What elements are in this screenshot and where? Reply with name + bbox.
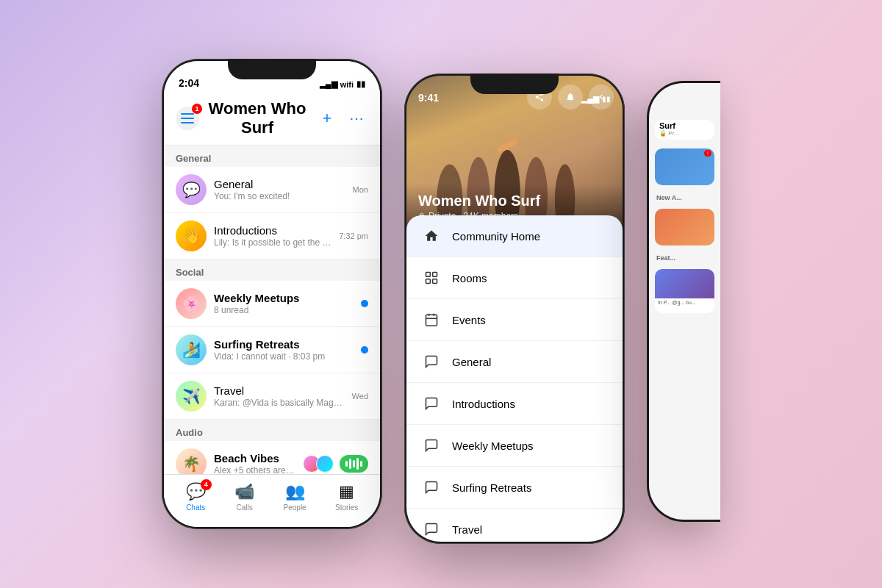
svg-rect-2 xyxy=(181,122,194,123)
p3-card-text: In P... @g... ou... xyxy=(655,298,714,306)
p3-card-1: ! xyxy=(655,148,714,185)
svg-rect-11 xyxy=(426,279,431,284)
chat-item-surfing-retreats[interactable]: 🏄 Surfing Retreats Vida: I cannot wait ·… xyxy=(164,327,380,373)
chat-item-weekly-meetups[interactable]: 🌸 Weekly Meetups 8 unread xyxy=(164,281,380,327)
chat-meta-beach xyxy=(303,455,368,473)
nav-calls[interactable]: 📹 Calls xyxy=(234,482,254,512)
status-icons: ▂▄▆ wifi ▮▮ xyxy=(320,79,365,89)
chats-badge-wrap: 💬 4 xyxy=(186,482,206,501)
calls-label: Calls xyxy=(237,503,253,512)
section-audio: Audio xyxy=(164,420,380,441)
chat-time-travel: Wed xyxy=(352,392,368,401)
svg-rect-0 xyxy=(181,113,194,115)
p3-card-2 xyxy=(655,209,714,245)
p3-group-title: Surf xyxy=(659,121,710,130)
chat-preview-weekly: 8 unread xyxy=(214,305,354,315)
p3-card-image-3 xyxy=(655,269,714,298)
chat-time-introductions: 7:32 pm xyxy=(339,232,368,240)
menu-item-rooms[interactable]: Rooms xyxy=(406,257,623,299)
nav-people[interactable]: 👥 People xyxy=(284,482,306,512)
chat-preview-travel: Karan: @Vida is basically Maguyver xyxy=(214,398,345,408)
chat-name-introductions: Introductions xyxy=(214,224,331,237)
menu-label-introductions: Introductions xyxy=(452,398,515,410)
stories-icon: ▦ xyxy=(339,482,354,501)
group-hero: 9:41 ▂▄▆ ▮▮ xyxy=(406,76,623,230)
phones-container: 2:04 ▂▄▆ wifi ▮▮ Women Who Surf xyxy=(162,59,720,529)
menu-item-general[interactable]: General xyxy=(406,341,623,383)
svg-rect-9 xyxy=(426,273,431,277)
chat-info-weekly: Weekly Meetups 8 unread xyxy=(214,292,354,315)
more-button[interactable]: ⋯ xyxy=(345,107,368,130)
people-label: People xyxy=(284,503,306,512)
chat-info-travel: Travel Karan: @Vida is basically Maguyve… xyxy=(214,384,345,408)
p3-card-image-2 xyxy=(655,209,714,245)
calls-icon: 📹 xyxy=(234,482,254,501)
p3-card-3: In P... @g... ou... xyxy=(655,269,714,313)
unread-dot-weekly xyxy=(361,300,368,307)
chat-header: Women Who Surf + ⋯ xyxy=(164,93,380,146)
menu-item-surfing-retreats[interactable]: Surfing Retreats xyxy=(406,467,623,509)
menu-item-introductions[interactable]: Introductions xyxy=(406,383,623,425)
signal-icon: ▂▄▆ xyxy=(320,79,337,89)
chat-preview-introductions: Lily: Is it possible to get the Di... xyxy=(214,237,331,248)
menu-button[interactable] xyxy=(176,107,199,130)
surfing-retreats-icon xyxy=(421,477,442,498)
chat-info-introductions: Introductions Lily: Is it possible to ge… xyxy=(214,224,331,248)
general-chat-icon xyxy=(421,351,442,372)
p3-featured-label: Feat... xyxy=(655,251,714,263)
hero-title: Women Who Surf xyxy=(418,193,611,209)
phone2-battery: ▮▮ xyxy=(602,95,611,103)
p3-group-subtitle: 🔒 Pr... xyxy=(659,130,710,137)
svg-rect-10 xyxy=(433,273,437,277)
chat-meta-weekly xyxy=(361,300,368,307)
unread-dot-surfing xyxy=(361,346,368,354)
chat-name-surfing: Surfing Retreats xyxy=(214,338,354,351)
menu-label-surfing-retreats: Surfing Retreats xyxy=(452,481,531,494)
chat-meta-introductions: 7:32 pm xyxy=(339,232,368,240)
avatar-weekly-meetups: 🌸 xyxy=(176,288,207,319)
p3-new-label: New A... xyxy=(655,191,714,203)
chat-meta-general: Mon xyxy=(353,185,368,194)
menu-label-rooms: Rooms xyxy=(452,272,487,284)
chat-info-surfing: Surfing Retreats Vida: I cannot wait · 8… xyxy=(214,338,354,362)
menu-item-travel[interactable]: Travel xyxy=(406,509,623,542)
avatar-general: 💬 xyxy=(176,174,207,205)
chat-item-general[interactable]: 💬 General You: I'm so excited! Mon xyxy=(164,167,380,213)
menu-item-weekly-meetups[interactable]: Weekly Meetups xyxy=(406,425,623,467)
chat-name-travel: Travel xyxy=(214,384,345,397)
chat-preview-surfing: Vida: I cannot wait · 8:03 pm xyxy=(214,351,354,362)
avatar-introductions: 👋 xyxy=(176,220,207,251)
weekly-meetups-icon xyxy=(421,435,442,456)
menu-item-community-home[interactable]: Community Home xyxy=(406,215,623,257)
mini-avatar-2 xyxy=(316,455,334,473)
notch-2 xyxy=(470,74,559,94)
status-time: 2:04 xyxy=(179,77,199,89)
chat-info-general: General You: I'm so excited! xyxy=(214,178,345,201)
phone-3-content: Surf 🔒 Pr... ! New A... Feat... In P... … xyxy=(649,83,720,319)
chat-item-travel[interactable]: ✈️ Travel Karan: @Vida is basically Magu… xyxy=(164,373,380,420)
wave-bar-5 xyxy=(360,461,362,467)
svg-rect-13 xyxy=(426,315,437,326)
chat-item-introductions[interactable]: 👋 Introductions Lily: Is it possible to … xyxy=(164,213,380,259)
nav-chats[interactable]: 💬 4 Chats xyxy=(186,482,206,512)
audio-wave xyxy=(340,455,368,473)
phone-3-partial: Surf 🔒 Pr... ! New A... Feat... In P... … xyxy=(647,81,720,522)
avatar-surfing-retreats: 🏄 xyxy=(176,334,207,365)
add-button[interactable]: + xyxy=(315,107,339,130)
phone2-status-icons: ▂▄▆ ▮▮ xyxy=(581,94,611,104)
home-icon xyxy=(421,226,442,246)
chat-preview-general: You: I'm so excited! xyxy=(214,191,345,201)
svg-rect-1 xyxy=(181,118,194,119)
chat-meta-surfing xyxy=(361,346,368,354)
menu-label-general: General xyxy=(452,356,491,368)
rooms-icon xyxy=(421,268,442,288)
chat-list-scroll[interactable]: General 💬 General You: I'm so excited! M… xyxy=(164,146,380,482)
avatar-travel: ✈️ xyxy=(176,381,207,412)
menu-list: Community Home Rooms Event xyxy=(406,215,623,542)
app-title: Women Who Surf xyxy=(199,99,315,137)
menu-item-events[interactable]: Events xyxy=(406,299,623,341)
wave-bar-2 xyxy=(349,459,351,469)
wave-bar-4 xyxy=(356,458,359,470)
nav-stories[interactable]: ▦ Stories xyxy=(335,482,358,512)
phone-2-inner: 9:41 ▂▄▆ ▮▮ xyxy=(406,76,623,542)
